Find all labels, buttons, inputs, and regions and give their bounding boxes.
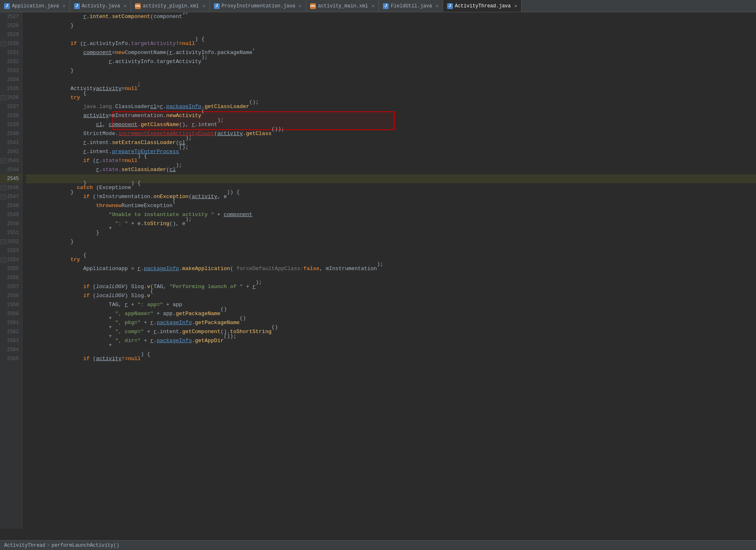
tab-label: ActivityThread.java: [455, 3, 511, 9]
code-line-2537: java.lang.ClassLoader cl = r.packageInfo…: [26, 102, 756, 111]
tab-activity-plugin[interactable]: XML activity_plugin.xml ✕: [131, 0, 209, 12]
line-number: 2551: [0, 228, 22, 237]
tab-bar: J Application.java ✕ J Activity.java ✕ X…: [0, 0, 756, 12]
code-line-2532: r.activityInfo.targetActivity);: [26, 57, 756, 66]
tab-close-icon[interactable]: ✕: [515, 3, 518, 9]
code-line-2534: [26, 75, 756, 84]
line-number: 2539: [0, 120, 22, 129]
code-line-2556: [26, 273, 756, 282]
fold-marker[interactable]: −: [1, 95, 6, 100]
code-line-2565: if (activity != null) {: [26, 354, 756, 363]
line-number: 2533: [0, 66, 22, 75]
line-number: 2564: [0, 345, 22, 354]
code-line-2554: try {: [26, 255, 756, 264]
breadcrumb-class: ActivityThread: [4, 543, 45, 548]
tab-close-icon[interactable]: ✕: [372, 3, 375, 9]
line-number: 2558: [0, 291, 22, 300]
line-number: 2538: [0, 111, 22, 120]
line-number: 2534: [0, 75, 22, 84]
line-number: − 2530: [0, 39, 22, 48]
tab-activity-main[interactable]: XML activity_main.xml ✕: [306, 0, 379, 12]
tab-close-icon[interactable]: ✕: [202, 3, 205, 9]
code-line-2543: if (r.state != null) {: [26, 156, 756, 165]
line-number: 2545: [0, 174, 22, 183]
fold-marker[interactable]: −: [1, 239, 6, 244]
line-number: 2556: [0, 273, 22, 282]
code-line-2557: if (localLOGV) Slog.v(TAG, "Performing l…: [26, 282, 756, 291]
code-line-2550: + ": " + e.toString(), e);: [26, 219, 756, 228]
code-line-2546: } catch (Exception e) {: [26, 183, 756, 192]
fold-marker[interactable]: −: [1, 41, 6, 46]
tab-activitythread[interactable]: J ActivityThread.java ✕: [443, 0, 522, 12]
line-number: 2537: [0, 102, 22, 111]
line-number: − 2543: [0, 156, 22, 165]
fold-marker[interactable]: −: [1, 194, 6, 199]
line-number: − 2546: [0, 183, 22, 192]
code-line-2536: try {: [26, 93, 756, 102]
breadcrumb-bar: ActivityThread > performLaunchActivity(): [0, 540, 756, 550]
code-line-2564: [26, 345, 756, 354]
tab-label: Application.java: [12, 3, 59, 9]
code-line-2531: component = new ComponentName(r.activity…: [26, 48, 756, 57]
code-line-2561: + ", pkg=" + r.packageInfo.getPackageNam…: [26, 318, 756, 327]
java-icon: J: [383, 3, 389, 9]
code-line-2541: r.intent.setExtrasClassLoader(cl);: [26, 138, 756, 147]
code-line-2539: cl, component.getClassName(), r.intent);: [26, 120, 756, 129]
code-line-2551: }: [26, 228, 756, 237]
code-line-2560: + ", appName=" + app.getPackageName(): [26, 309, 756, 318]
fold-marker[interactable]: −: [1, 185, 6, 190]
code-line-2530: if (r.activityInfo.targetActivity != nul…: [26, 39, 756, 48]
line-number: 2561: [0, 318, 22, 327]
line-number: − 2552: [0, 237, 22, 246]
fold-marker[interactable]: −: [1, 158, 6, 163]
line-number: 2532: [0, 57, 22, 66]
code-line-2563: + ", dir=" + r.packageInfo.getAppDir());: [26, 336, 756, 345]
code-line-2535: Activity activity = null;: [26, 84, 756, 93]
tab-close-icon[interactable]: ✕: [299, 3, 302, 9]
tab-close-icon[interactable]: ✕: [124, 3, 126, 9]
tab-proxy[interactable]: J ProxyInstrumentation.java ✕: [210, 0, 306, 12]
code-editor: 2527 2528 2529 − 2530 2531 2532 2533 253…: [0, 12, 756, 529]
line-number: 2562: [0, 327, 22, 336]
line-number: − 2536: [0, 93, 22, 102]
code-line-2527: r.intent.setComponent(component);: [26, 12, 756, 21]
line-number: 2549: [0, 210, 22, 219]
fold-marker[interactable]: −: [1, 257, 6, 262]
code-line-2553: [26, 246, 756, 255]
code-content[interactable]: r.intent.setComponent(component); } if (…: [22, 12, 756, 529]
code-line-2538: activity = mInstrumentation.newActivity(: [26, 111, 756, 120]
code-line-2542: r.intent.prepareToEnterProcess();: [26, 147, 756, 156]
line-number: 2542: [0, 147, 22, 156]
code-line-2533: }: [26, 66, 756, 75]
line-number: 2550: [0, 219, 22, 228]
tab-close-icon[interactable]: ✕: [63, 3, 65, 9]
line-number: 2565: [0, 354, 22, 363]
line-number: 2563: [0, 336, 22, 345]
tab-fieldutil[interactable]: J FieldUtil.java ✕: [379, 0, 443, 12]
line-number: 2529: [0, 30, 22, 39]
xml-icon: XML: [310, 3, 316, 9]
tab-activity[interactable]: J Activity.java ✕: [70, 0, 131, 12]
line-number: 2559: [0, 300, 22, 309]
line-number: 2560: [0, 309, 22, 318]
line-number: − 2554: [0, 255, 22, 264]
line-number: 2544: [0, 165, 22, 174]
tab-label: activity_main.xml: [318, 3, 368, 9]
line-number: 2540: [0, 129, 22, 138]
code-line-2552: }: [26, 237, 756, 246]
java-icon: J: [4, 3, 10, 9]
code-line-2544: r.state.setClassLoader(cl);: [26, 165, 756, 174]
code-line-2540: StrictMode.incrementExpectedActivityCoun…: [26, 129, 756, 138]
code-line-2562: + ", comp=" + r.intent.getComponent().to…: [26, 327, 756, 336]
code-line-2548: throw new RuntimeException(: [26, 201, 756, 210]
tab-close-icon[interactable]: ✕: [436, 3, 439, 9]
tab-label: ProxyInstrumentation.java: [222, 3, 295, 9]
tab-label: FieldUtil.java: [391, 3, 432, 9]
tab-label: Activity.java: [82, 3, 120, 9]
code-line-2559: TAG, r + ": app=" + app: [26, 300, 756, 309]
code-line-2555: Application app = r.packageInfo.makeAppl…: [26, 264, 756, 273]
line-number: 2541: [0, 138, 22, 147]
code-line-2528: }: [26, 21, 756, 30]
tab-application[interactable]: J Application.java ✕: [0, 0, 70, 12]
line-number: 2548: [0, 201, 22, 210]
